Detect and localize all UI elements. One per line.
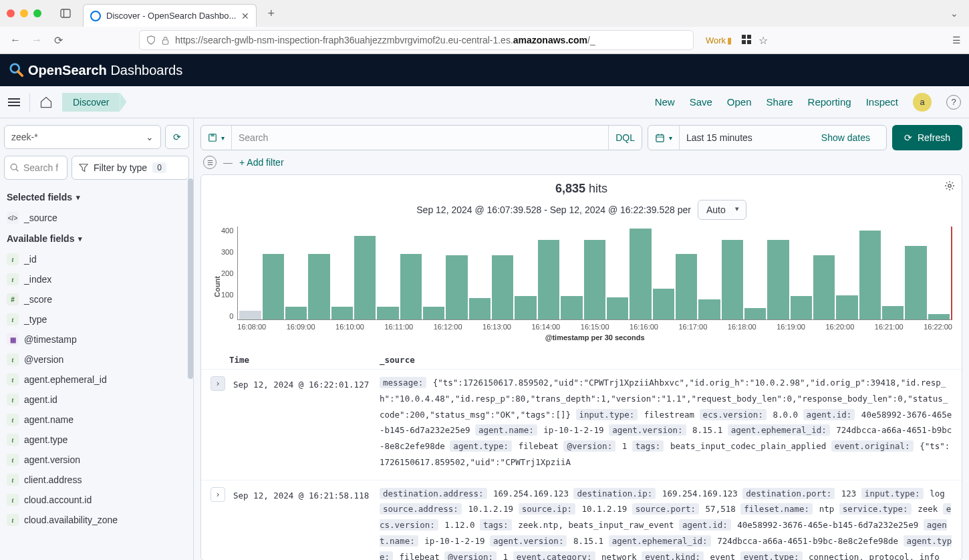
- field-item[interactable]: tagent.version: [4, 450, 189, 470]
- gear-icon[interactable]: [944, 180, 955, 191]
- histogram-bar[interactable]: [584, 240, 605, 319]
- search-fields-input[interactable]: Search f: [4, 156, 67, 180]
- new-link[interactable]: New: [655, 96, 675, 108]
- field-item[interactable]: tagent.type: [4, 430, 189, 450]
- histogram-bar[interactable]: [630, 229, 651, 319]
- field-item[interactable]: tagent.ephemeral_id: [4, 370, 189, 390]
- histogram-bar[interactable]: [791, 296, 812, 319]
- selected-fields-header[interactable]: Selected fields▾: [4, 186, 189, 208]
- field-item[interactable]: t_index: [4, 269, 189, 289]
- field-item[interactable]: t_id: [4, 249, 189, 269]
- histogram-bar[interactable]: [561, 296, 582, 319]
- minimize-window-icon[interactable]: [20, 9, 28, 17]
- histogram-bar[interactable]: [263, 254, 284, 319]
- field-item[interactable]: tcloud.availability_zone: [4, 510, 189, 530]
- histogram-bar[interactable]: [377, 307, 398, 319]
- share-link[interactable]: Share: [767, 96, 793, 108]
- refresh-fields-button[interactable]: ⟳: [165, 125, 189, 149]
- histogram-bar[interactable]: [446, 255, 467, 319]
- histogram-bar[interactable]: [859, 231, 881, 319]
- source-column-header[interactable]: _source: [380, 355, 952, 365]
- field-key: source.address:: [380, 503, 462, 515]
- url-input[interactable]: https://search-gwlb-nsm-inspection-fraph…: [139, 30, 694, 50]
- histogram-bar[interactable]: [538, 240, 559, 319]
- histogram-bar[interactable]: [722, 240, 743, 319]
- close-window-icon[interactable]: [7, 9, 15, 17]
- field-item[interactable]: #_score: [4, 289, 189, 309]
- field-item[interactable]: tclient.address: [4, 470, 189, 490]
- extension-grid-icon[interactable]: [741, 34, 752, 45]
- sidebar-toggle-icon[interactable]: [60, 8, 71, 19]
- avatar[interactable]: a: [913, 93, 932, 112]
- bookmark-icon[interactable]: ☆: [758, 34, 768, 47]
- y-ticks: 4003002001000: [221, 227, 237, 320]
- tab-close-icon[interactable]: ✕: [241, 11, 249, 21]
- dql-toggle[interactable]: DQL: [608, 126, 642, 150]
- filter-bar: ☰ — + Add filter: [194, 154, 969, 174]
- time-range-display[interactable]: Last 15 minutes Show dates: [679, 126, 886, 150]
- histogram-bar[interactable]: [905, 246, 926, 319]
- field-item[interactable]: ▦@timestamp: [4, 329, 189, 349]
- histogram-bar[interactable]: [515, 296, 536, 319]
- new-tab-button[interactable]: +: [262, 7, 280, 21]
- quick-date-button[interactable]: ▾: [648, 126, 679, 150]
- index-pattern-select[interactable]: zeek-* ⌄: [4, 125, 161, 149]
- histogram-bar[interactable]: [813, 255, 835, 319]
- save-link[interactable]: Save: [690, 96, 712, 108]
- discover-breadcrumb[interactable]: Discover: [62, 93, 120, 112]
- histogram-bar[interactable]: [492, 255, 513, 319]
- histogram-bar[interactable]: [607, 297, 628, 319]
- help-icon[interactable]: ?: [946, 95, 961, 110]
- browser-menu-icon[interactable]: ☰: [952, 35, 961, 45]
- field-item[interactable]: </>_source: [4, 208, 189, 228]
- filter-by-type-button[interactable]: Filter by type 0: [72, 156, 189, 180]
- histogram-bar[interactable]: [653, 289, 674, 319]
- field-item[interactable]: tcloud.account.id: [4, 490, 189, 510]
- home-icon[interactable]: [39, 96, 53, 109]
- back-button[interactable]: ←: [8, 34, 23, 46]
- tabs-overflow-icon[interactable]: ⌄: [950, 8, 958, 19]
- refresh-button[interactable]: ⟳ Refresh: [892, 125, 962, 150]
- histogram-bar[interactable]: [744, 308, 766, 319]
- histogram-chart[interactable]: Count 4003002001000 16:08:0016:09:0016:1…: [201, 227, 962, 351]
- available-fields-header[interactable]: Available fields▾: [4, 228, 189, 249]
- histogram-bar[interactable]: [469, 298, 491, 319]
- reporting-link[interactable]: Reporting: [808, 96, 851, 108]
- scrollbar[interactable]: [188, 178, 193, 379]
- field-item[interactable]: tagent.name: [4, 410, 189, 430]
- time-column-header[interactable]: Time: [229, 355, 380, 365]
- query-input[interactable]: Search: [231, 126, 608, 150]
- histogram-bar[interactable]: [928, 314, 950, 319]
- histogram-bar[interactable]: [767, 240, 789, 319]
- histogram-bar[interactable]: [400, 254, 422, 319]
- histogram-bar[interactable]: [354, 236, 376, 319]
- browser-tab[interactable]: Discover - OpenSearch Dashbo... ✕: [83, 4, 257, 27]
- histogram-bar[interactable]: [836, 295, 857, 319]
- filter-options-icon[interactable]: ☰: [203, 156, 217, 169]
- chevron-down-icon: ⌄: [146, 132, 154, 142]
- show-dates-link[interactable]: Show dates: [812, 132, 879, 143]
- field-item[interactable]: tagent.id: [4, 390, 189, 410]
- saved-query-button[interactable]: ▾: [201, 126, 231, 150]
- histogram-bar[interactable]: [698, 299, 720, 319]
- field-name: @timestamp: [24, 334, 77, 345]
- add-filter-link[interactable]: + Add filter: [239, 157, 284, 168]
- histogram-bar[interactable]: [676, 254, 697, 319]
- field-item[interactable]: t@version: [4, 349, 189, 370]
- histogram-bar[interactable]: [423, 307, 444, 319]
- reload-button[interactable]: ⟳: [51, 34, 65, 47]
- expand-row-button[interactable]: ›: [211, 487, 225, 502]
- field-item[interactable]: t_type: [4, 309, 189, 329]
- expand-row-button[interactable]: ›: [211, 376, 225, 391]
- histogram-bar[interactable]: [239, 311, 261, 319]
- interval-select[interactable]: Auto: [698, 200, 746, 220]
- histogram-bar[interactable]: [308, 254, 329, 319]
- maximize-window-icon[interactable]: [33, 9, 41, 17]
- app-toolbar: Discover New Save Open Share Reporting I…: [0, 86, 969, 118]
- open-link[interactable]: Open: [727, 96, 752, 108]
- histogram-bar[interactable]: [331, 307, 353, 319]
- histogram-bar[interactable]: [285, 307, 307, 319]
- histogram-bar[interactable]: [882, 306, 904, 319]
- nav-menu-button[interactable]: [8, 98, 20, 106]
- inspect-link[interactable]: Inspect: [866, 96, 898, 108]
